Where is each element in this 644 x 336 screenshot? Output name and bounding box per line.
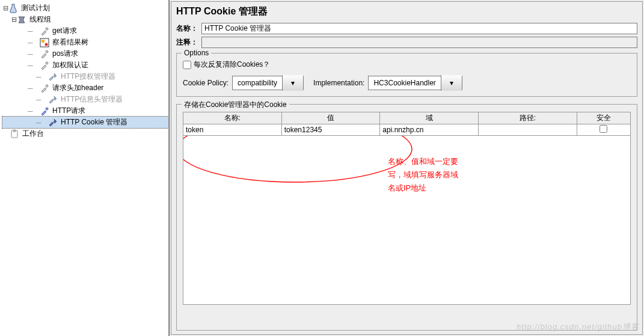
tree-item-sampler[interactable]: ─ 加权限认证 (2, 60, 168, 71)
cell-value[interactable]: token12345 (281, 124, 380, 136)
tree-item-config[interactable]: ─ HTTP信息头管理器 (2, 94, 168, 105)
svg-point-5 (46, 62, 48, 64)
tree-label: pos请求 (51, 49, 79, 59)
clear-cookies-checkbox[interactable] (183, 61, 191, 69)
svg-point-10 (183, 136, 412, 182)
wrench-icon (48, 72, 58, 82)
svg-point-7 (46, 108, 48, 110)
tree-item-config[interactable]: ─ HTTP授权管理器 (2, 71, 168, 82)
tree-label: 加权限认证 (51, 60, 90, 70)
svg-point-4 (46, 50, 48, 53)
tree-label: 线程组 (28, 14, 52, 25)
svg-point-3 (45, 43, 48, 46)
svg-point-0 (46, 28, 48, 30)
tree-item-workbench[interactable]: 工作台 (2, 128, 168, 139)
table-header-row: 名称: 值 域 路径: 安全 (183, 112, 631, 124)
comment-input[interactable] (201, 37, 637, 48)
tree-label: HTTP Cookie 管理器 (60, 117, 129, 127)
cookies-legend: 存储在Cookie管理器中的Cookie (182, 100, 289, 110)
clipboard-icon (10, 129, 19, 139)
tree-item-sampler[interactable]: ─ HTTP请求 (2, 105, 168, 117)
table-body-empty[interactable]: 名称、值和域一定要 写，域填写服务器域 名或IP地址 (183, 136, 631, 305)
tree-label: HTTP授权管理器 (60, 72, 117, 82)
options-legend: Options (182, 49, 211, 57)
tree-label: 察看结果树 (51, 37, 90, 47)
col-value: 值 (281, 112, 380, 124)
tree-label: 测试计划 (20, 3, 51, 13)
collapse-icon[interactable]: ⊟ (2, 4, 8, 12)
pipette-icon (40, 49, 49, 59)
tree-label: 工作台 (21, 129, 45, 139)
tree-item-sampler[interactable]: ─ pos请求 (2, 48, 168, 60)
cell-secure[interactable] (577, 124, 630, 136)
tree-label: HTTP信息头管理器 (60, 94, 124, 105)
tree-label: 请求头加header (51, 83, 105, 93)
col-path: 路径: (479, 112, 577, 124)
collapse-icon[interactable]: ⊟ (11, 16, 17, 23)
chevron-down-icon: ▾ (441, 75, 462, 91)
cookie-policy-label: Cookie Policy: (183, 79, 228, 87)
pipette-icon (40, 61, 49, 70)
page-title: HTTP Cookie 管理器 (171, 2, 642, 22)
flask-icon (8, 4, 18, 13)
tree-item-test-plan[interactable]: ⊟ 测试计划 (2, 2, 168, 14)
svg-point-6 (46, 85, 48, 87)
cookies-fieldset: 存储在Cookie管理器中的Cookie 名称: 值 域 路径: 安全 toke… (176, 104, 637, 331)
implementation-select[interactable]: HC3CookieHandler ▾ (368, 76, 462, 90)
results-icon (40, 38, 49, 47)
pipette-icon (40, 106, 49, 116)
annotation-text: 名称、值和域一定要 写，域填写服务器域 名或IP地址 (388, 155, 458, 195)
options-fieldset: Options 每次反复清除Cookies？ Cookie Policy: co… (176, 53, 637, 97)
secure-checkbox[interactable] (600, 125, 607, 133)
watermark: http://blog.csdn.net/github博客 (517, 322, 639, 332)
svg-rect-2 (41, 40, 44, 43)
implementation-value: HC3CookieHandler (369, 78, 440, 88)
col-secure: 安全 (577, 112, 630, 124)
col-domain: 域 (380, 112, 479, 124)
cell-domain[interactable]: api.nnzhp.cn (380, 124, 479, 136)
tree-label: get请求 (51, 26, 78, 36)
clear-cookies-label: 每次反复清除Cookies？ (194, 60, 270, 70)
tree-item-sampler[interactable]: ─ get请求 (2, 25, 168, 37)
tree-item-cookie-manager[interactable]: ─ HTTP Cookie 管理器 (2, 117, 168, 128)
tree-item-sampler[interactable]: ─ 请求头加header (2, 82, 168, 94)
tree-item-thread-group[interactable]: ⊟ 线程组 (2, 14, 168, 25)
col-name: 名称: (183, 112, 282, 124)
name-input[interactable] (201, 23, 637, 34)
pipette-icon (40, 84, 49, 93)
wrench-icon (48, 95, 58, 105)
cookies-table[interactable]: 名称: 值 域 路径: 安全 token token12345 api.nnzh… (183, 112, 631, 136)
tree-item-results-tree[interactable]: ─ 察看结果树 (2, 37, 168, 48)
tree-label: HTTP请求 (51, 106, 87, 116)
name-label: 名称： (176, 23, 198, 34)
cell-name[interactable]: token (183, 124, 282, 136)
chevron-down-icon: ▾ (282, 75, 303, 91)
annotation-ellipse (183, 136, 418, 191)
table-row[interactable]: token token12345 api.nnzhp.cn (183, 124, 631, 136)
tree-view[interactable]: ⊟ 测试计划 ⊟ 线程组 ─ get请求 ─ 察看结果树 ─ (0, 0, 169, 336)
spool-icon (17, 15, 26, 25)
implementation-label: Implementation: (313, 79, 364, 87)
cookie-policy-select[interactable]: compatibility ▾ (232, 76, 304, 90)
svg-rect-9 (13, 130, 16, 132)
cell-path[interactable] (479, 124, 577, 136)
comment-label: 注释： (176, 37, 198, 47)
pipette-icon (40, 26, 49, 36)
cookie-policy-value: compatibility (233, 78, 282, 88)
wrench-icon (48, 118, 58, 127)
